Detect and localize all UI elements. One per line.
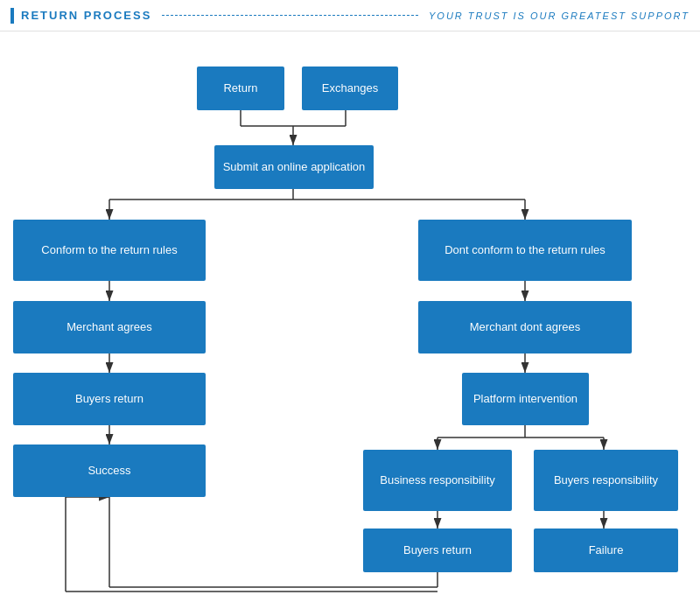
conform-box: Conform to the return rules [13,220,206,281]
submit-box: Submit an online application [214,145,374,189]
merchant-dont-agrees-box: Merchant dont agrees [418,301,632,354]
return-box: Return [197,66,284,110]
buyers-resp-box: Buyers responsibility [534,450,678,511]
buyers-return-right-box: Buyers return [363,528,512,572]
header-accent-bar [10,8,14,24]
header-tagline: YOUR TRUST IS OUR GREATEST SUPPORT [429,10,690,21]
dont-conform-box: Dont conform to the return rules [418,220,632,281]
business-resp-box: Business responsibility [363,450,512,511]
header-title: RETURN PROCESS [21,9,151,22]
buyers-return-left-box: Buyers return [13,373,206,425]
failure-box: Failure [534,528,678,572]
flowchart-container: Return Exchanges Submit an online applic… [0,32,700,595]
merchant-agrees-box: Merchant agrees [13,301,206,354]
platform-box: Platform intervention [462,373,589,425]
exchanges-box: Exchanges [302,66,398,110]
header-dashed-line [162,15,418,16]
success-box: Success [13,444,206,497]
page-header: RETURN PROCESS YOUR TRUST IS OUR GREATES… [0,0,700,32]
